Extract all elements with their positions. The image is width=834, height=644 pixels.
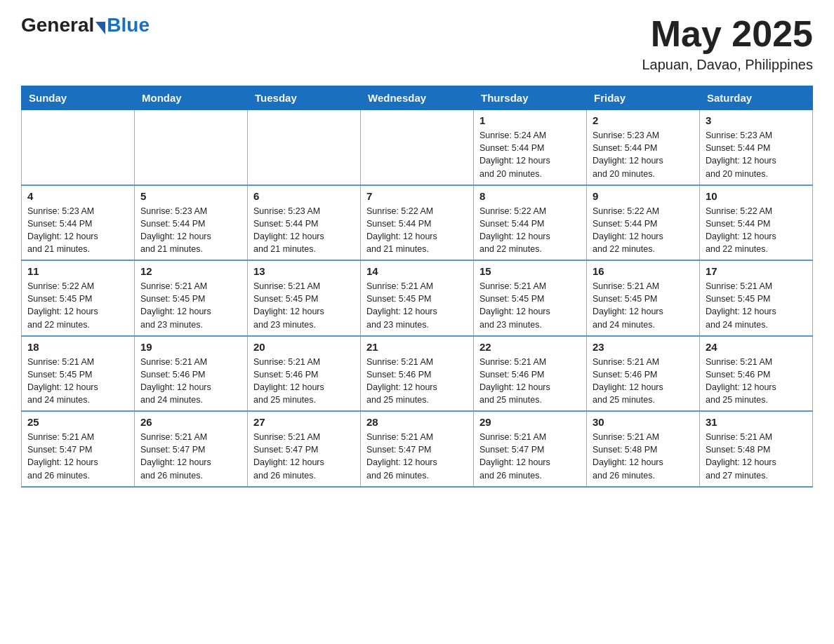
calendar-cell: 13Sunrise: 5:21 AM Sunset: 5:45 PM Dayli… — [248, 260, 361, 336]
logo-blue-text: Blue — [107, 14, 150, 36]
location-title: Lapuan, Davao, Philippines — [642, 57, 813, 73]
calendar-cell: 27Sunrise: 5:21 AM Sunset: 5:47 PM Dayli… — [248, 411, 361, 487]
day-number: 14 — [366, 265, 468, 277]
day-info: Sunrise: 5:21 AM Sunset: 5:45 PM Dayligh… — [706, 280, 807, 331]
day-info: Sunrise: 5:21 AM Sunset: 5:45 PM Dayligh… — [366, 280, 468, 331]
day-number: 31 — [706, 416, 807, 428]
day-info: Sunrise: 5:21 AM Sunset: 5:48 PM Dayligh… — [706, 431, 807, 482]
calendar-header: SundayMondayTuesdayWednesdayThursdayFrid… — [22, 86, 813, 110]
day-of-week-saturday: Saturday — [700, 86, 813, 110]
calendar-cell — [361, 110, 474, 185]
day-number: 25 — [27, 416, 128, 428]
calendar-cell — [248, 110, 361, 185]
day-info: Sunrise: 5:21 AM Sunset: 5:48 PM Dayligh… — [593, 431, 694, 482]
day-info: Sunrise: 5:21 AM Sunset: 5:47 PM Dayligh… — [366, 431, 468, 482]
calendar-week-4: 18Sunrise: 5:21 AM Sunset: 5:45 PM Dayli… — [22, 336, 813, 412]
day-of-week-thursday: Thursday — [474, 86, 587, 110]
logo-arrow-icon — [95, 22, 105, 34]
calendar-cell: 21Sunrise: 5:21 AM Sunset: 5:46 PM Dayli… — [361, 336, 474, 412]
calendar-cell: 25Sunrise: 5:21 AM Sunset: 5:47 PM Dayli… — [22, 411, 135, 487]
day-of-week-wednesday: Wednesday — [361, 86, 474, 110]
day-info: Sunrise: 5:21 AM Sunset: 5:47 PM Dayligh… — [27, 431, 128, 482]
day-number: 9 — [593, 190, 694, 202]
day-number: 15 — [479, 265, 581, 277]
calendar-week-1: 1Sunrise: 5:24 AM Sunset: 5:44 PM Daylig… — [22, 110, 813, 185]
day-info: Sunrise: 5:22 AM Sunset: 5:44 PM Dayligh… — [366, 205, 468, 256]
day-info: Sunrise: 5:21 AM Sunset: 5:47 PM Dayligh… — [140, 431, 241, 482]
page-header: General Blue May 2025 Lapuan, Davao, Phi… — [21, 14, 813, 73]
day-number: 27 — [253, 416, 355, 428]
calendar-cell: 12Sunrise: 5:21 AM Sunset: 5:45 PM Dayli… — [135, 260, 248, 336]
day-info: Sunrise: 5:21 AM Sunset: 5:46 PM Dayligh… — [366, 356, 468, 407]
logo-text: General Blue — [21, 14, 150, 36]
calendar-cell: 29Sunrise: 5:21 AM Sunset: 5:47 PM Dayli… — [474, 411, 587, 487]
day-number: 12 — [140, 265, 241, 277]
day-number: 22 — [479, 341, 581, 353]
title-area: May 2025 Lapuan, Davao, Philippines — [642, 14, 813, 73]
day-info: Sunrise: 5:21 AM Sunset: 5:45 PM Dayligh… — [479, 280, 581, 331]
calendar-cell: 11Sunrise: 5:22 AM Sunset: 5:45 PM Dayli… — [22, 260, 135, 336]
day-info: Sunrise: 5:24 AM Sunset: 5:44 PM Dayligh… — [479, 129, 581, 180]
day-info: Sunrise: 5:21 AM Sunset: 5:46 PM Dayligh… — [479, 356, 581, 407]
day-number: 29 — [479, 416, 581, 428]
day-info: Sunrise: 5:23 AM Sunset: 5:44 PM Dayligh… — [706, 129, 807, 180]
calendar-cell: 2Sunrise: 5:23 AM Sunset: 5:44 PM Daylig… — [587, 110, 700, 185]
day-of-week-sunday: Sunday — [22, 86, 135, 110]
calendar-cell: 16Sunrise: 5:21 AM Sunset: 5:45 PM Dayli… — [587, 260, 700, 336]
day-info: Sunrise: 5:21 AM Sunset: 5:46 PM Dayligh… — [253, 356, 355, 407]
day-number: 2 — [593, 114, 694, 126]
day-of-week-friday: Friday — [587, 86, 700, 110]
day-number: 23 — [593, 341, 694, 353]
day-info: Sunrise: 5:21 AM Sunset: 5:46 PM Dayligh… — [706, 356, 807, 407]
day-number: 1 — [479, 114, 581, 126]
calendar-week-3: 11Sunrise: 5:22 AM Sunset: 5:45 PM Dayli… — [22, 260, 813, 336]
day-number: 16 — [593, 265, 694, 277]
day-number: 7 — [366, 190, 468, 202]
day-number: 6 — [253, 190, 355, 202]
day-number: 10 — [706, 190, 807, 202]
day-number: 11 — [27, 265, 128, 277]
logo-general-text: General — [21, 14, 94, 36]
day-info: Sunrise: 5:21 AM Sunset: 5:45 PM Dayligh… — [593, 280, 694, 331]
calendar-cell: 31Sunrise: 5:21 AM Sunset: 5:48 PM Dayli… — [700, 411, 813, 487]
day-number: 13 — [253, 265, 355, 277]
month-title: May 2025 — [642, 14, 813, 54]
day-number: 24 — [706, 341, 807, 353]
calendar-cell: 3Sunrise: 5:23 AM Sunset: 5:44 PM Daylig… — [700, 110, 813, 185]
calendar-cell: 4Sunrise: 5:23 AM Sunset: 5:44 PM Daylig… — [22, 185, 135, 261]
day-info: Sunrise: 5:22 AM Sunset: 5:44 PM Dayligh… — [479, 205, 581, 256]
day-number: 21 — [366, 341, 468, 353]
calendar-cell: 17Sunrise: 5:21 AM Sunset: 5:45 PM Dayli… — [700, 260, 813, 336]
day-info: Sunrise: 5:21 AM Sunset: 5:47 PM Dayligh… — [479, 431, 581, 482]
calendar-table: SundayMondayTuesdayWednesdayThursdayFrid… — [21, 86, 813, 488]
calendar-cell: 7Sunrise: 5:22 AM Sunset: 5:44 PM Daylig… — [361, 185, 474, 261]
logo: General Blue — [21, 14, 150, 36]
day-number: 3 — [706, 114, 807, 126]
calendar-cell: 18Sunrise: 5:21 AM Sunset: 5:45 PM Dayli… — [22, 336, 135, 412]
calendar-cell — [135, 110, 248, 185]
calendar-cell: 6Sunrise: 5:23 AM Sunset: 5:44 PM Daylig… — [248, 185, 361, 261]
calendar-cell: 24Sunrise: 5:21 AM Sunset: 5:46 PM Dayli… — [700, 336, 813, 412]
calendar-cell: 22Sunrise: 5:21 AM Sunset: 5:46 PM Dayli… — [474, 336, 587, 412]
calendar-cell — [22, 110, 135, 185]
day-info: Sunrise: 5:22 AM Sunset: 5:44 PM Dayligh… — [593, 205, 694, 256]
day-info: Sunrise: 5:21 AM Sunset: 5:45 PM Dayligh… — [140, 280, 241, 331]
day-number: 26 — [140, 416, 241, 428]
day-info: Sunrise: 5:22 AM Sunset: 5:45 PM Dayligh… — [27, 280, 128, 331]
day-number: 5 — [140, 190, 241, 202]
day-info: Sunrise: 5:23 AM Sunset: 5:44 PM Dayligh… — [253, 205, 355, 256]
day-info: Sunrise: 5:21 AM Sunset: 5:45 PM Dayligh… — [27, 356, 128, 407]
day-number: 19 — [140, 341, 241, 353]
day-number: 30 — [593, 416, 694, 428]
calendar-cell: 10Sunrise: 5:22 AM Sunset: 5:44 PM Dayli… — [700, 185, 813, 261]
day-number: 17 — [706, 265, 807, 277]
calendar-cell: 20Sunrise: 5:21 AM Sunset: 5:46 PM Dayli… — [248, 336, 361, 412]
day-info: Sunrise: 5:22 AM Sunset: 5:44 PM Dayligh… — [706, 205, 807, 256]
day-number: 18 — [27, 341, 128, 353]
day-info: Sunrise: 5:21 AM Sunset: 5:47 PM Dayligh… — [253, 431, 355, 482]
day-info: Sunrise: 5:21 AM Sunset: 5:46 PM Dayligh… — [140, 356, 241, 407]
day-info: Sunrise: 5:21 AM Sunset: 5:46 PM Dayligh… — [593, 356, 694, 407]
day-number: 4 — [27, 190, 128, 202]
day-number: 20 — [253, 341, 355, 353]
calendar-cell: 5Sunrise: 5:23 AM Sunset: 5:44 PM Daylig… — [135, 185, 248, 261]
